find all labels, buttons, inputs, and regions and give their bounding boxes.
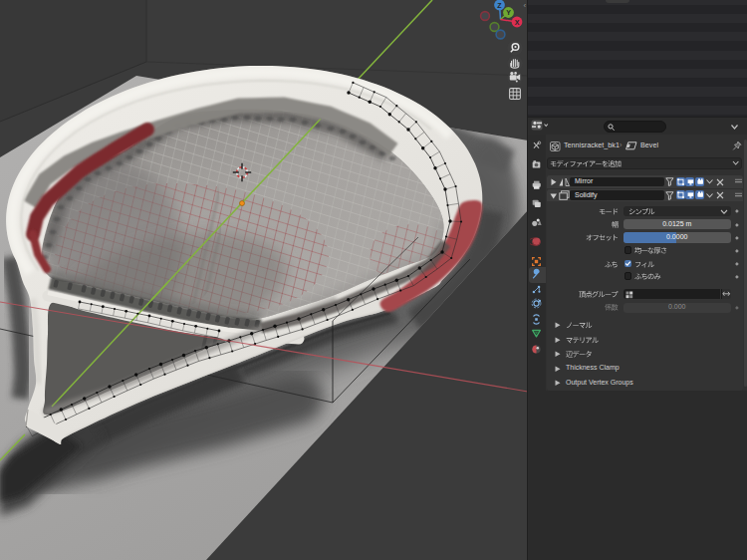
svg-text:Y: Y bbox=[506, 9, 511, 16]
svg-text:X: X bbox=[515, 19, 520, 26]
svg-text:Z: Z bbox=[497, 2, 502, 9]
